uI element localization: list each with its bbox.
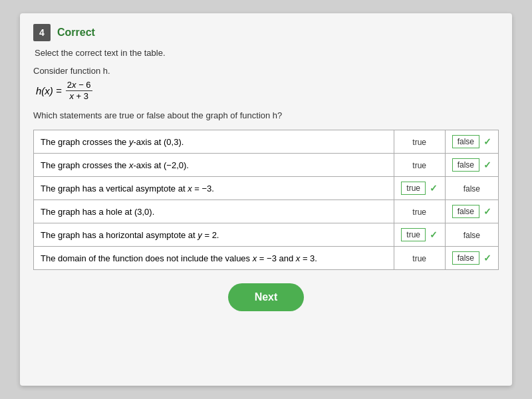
checkmark-icon: ✓ bbox=[430, 229, 438, 240]
true-cell: true bbox=[394, 130, 445, 154]
statement-cell: The graph has a hole at (3,0). bbox=[34, 200, 394, 223]
function-numerator: 2x − 6 bbox=[66, 80, 92, 91]
checkmark-icon: ✓ bbox=[483, 136, 491, 147]
table-row: The graph has a hole at (3,0). true fals… bbox=[34, 200, 499, 223]
statement-cell: The graph crosses the x-axis at (−2,0). bbox=[34, 154, 394, 177]
checkmark-icon: ✓ bbox=[483, 253, 491, 263]
table-row: The graph has a vertical asymptote at x … bbox=[34, 177, 499, 200]
statement-cell: The graph has a horizontal asymptote at … bbox=[34, 223, 394, 247]
next-button[interactable]: Next bbox=[228, 283, 305, 311]
false-cell[interactable]: false ✓ bbox=[445, 247, 498, 270]
question-header: 4 Correct bbox=[33, 24, 499, 41]
false-button[interactable]: false bbox=[452, 251, 479, 265]
false-cell[interactable]: false ✓ bbox=[445, 154, 498, 177]
function-denominator: x + 3 bbox=[68, 91, 90, 102]
false-button[interactable]: false bbox=[452, 158, 479, 172]
true-cell[interactable]: true ✓ bbox=[394, 223, 445, 247]
table-row: The graph has a horizontal asymptote at … bbox=[34, 223, 499, 247]
question-card: 4 Correct Select the correct text in the… bbox=[20, 13, 512, 386]
false-cell[interactable]: false ✓ bbox=[445, 130, 498, 154]
table-row: The graph crosses the y-axis at (0,3). t… bbox=[34, 130, 499, 154]
which-text: Which statements are true or false about… bbox=[33, 110, 499, 120]
status-label: Correct bbox=[57, 27, 95, 39]
statement-cell: The graph crosses the y-axis at (0,3). bbox=[34, 130, 394, 154]
statement-cell: The domain of the function does not incl… bbox=[34, 247, 394, 270]
false-cell: false bbox=[445, 223, 498, 247]
true-cell: true bbox=[394, 247, 445, 270]
function-display: h(x) = 2x − 6 x + 3 bbox=[36, 80, 499, 101]
function-label: h(x) = bbox=[36, 85, 62, 96]
consider-text: Consider function h. bbox=[33, 66, 499, 76]
question-number: 4 bbox=[33, 24, 51, 41]
instruction-text: Select the correct text in the table. bbox=[35, 48, 499, 58]
true-cell[interactable]: true ✓ bbox=[394, 177, 445, 200]
checkmark-icon: ✓ bbox=[483, 160, 491, 170]
false-button[interactable]: false bbox=[452, 205, 479, 218]
statement-cell: The graph has a vertical asymptote at x … bbox=[34, 177, 394, 200]
table-row: The domain of the function does not incl… bbox=[34, 247, 499, 270]
true-button[interactable]: true bbox=[401, 228, 426, 241]
checkmark-icon: ✓ bbox=[483, 206, 491, 217]
statements-table: The graph crosses the y-axis at (0,3). t… bbox=[33, 130, 499, 270]
false-cell: false bbox=[445, 177, 498, 200]
true-button[interactable]: true bbox=[401, 182, 426, 195]
function-fraction: 2x − 6 x + 3 bbox=[66, 80, 92, 101]
checkmark-icon: ✓ bbox=[430, 183, 438, 194]
false-cell[interactable]: false ✓ bbox=[445, 200, 498, 223]
false-button[interactable]: false bbox=[452, 135, 479, 148]
true-cell: true bbox=[394, 154, 445, 177]
true-cell: true bbox=[394, 200, 445, 223]
table-row: The graph crosses the x-axis at (−2,0). … bbox=[34, 154, 499, 177]
